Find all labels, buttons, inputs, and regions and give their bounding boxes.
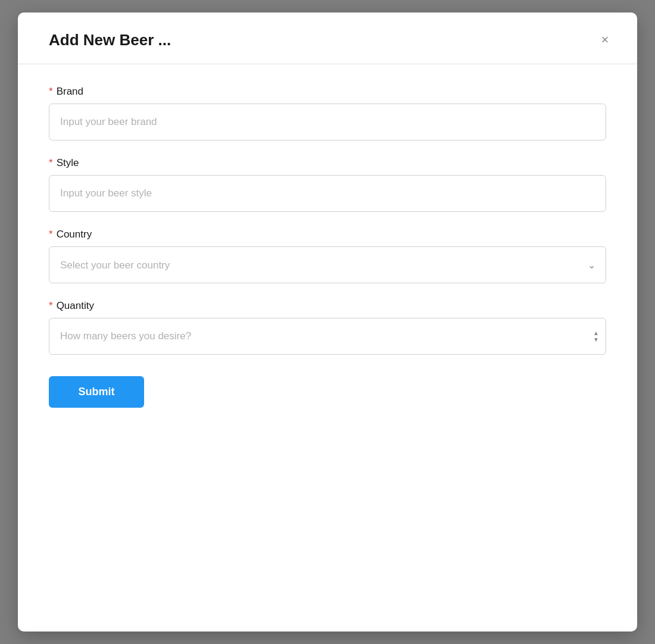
modal-dialog: Add New Beer ... × * Brand * Style * Cou…: [18, 12, 637, 632]
modal-header: Add New Beer ... ×: [18, 12, 637, 64]
quantity-field-group: * Quantity ▲ ▼: [49, 300, 606, 355]
style-label: * Style: [49, 157, 606, 169]
style-label-text: Style: [57, 157, 79, 169]
country-label: * Country: [49, 229, 606, 240]
brand-label-text: Brand: [57, 86, 83, 98]
country-select-wrapper: Select your beer country ⌄: [49, 246, 606, 283]
submit-button[interactable]: Submit: [49, 376, 144, 408]
country-required-star: *: [49, 229, 53, 240]
modal-title: Add New Beer ...: [49, 31, 171, 49]
country-field-group: * Country Select your beer country ⌄: [49, 229, 606, 283]
quantity-input[interactable]: [49, 318, 606, 355]
quantity-input-wrapper: ▲ ▼: [49, 318, 606, 355]
brand-label: * Brand: [49, 86, 606, 98]
quantity-required-star: *: [49, 300, 53, 312]
brand-required-star: *: [49, 86, 53, 98]
style-input[interactable]: [49, 175, 606, 212]
modal-body: * Brand * Style * Country Select your be…: [18, 64, 637, 436]
country-select[interactable]: Select your beer country: [49, 246, 606, 283]
quantity-label-text: Quantity: [57, 300, 94, 312]
quantity-label: * Quantity: [49, 300, 606, 312]
style-required-star: *: [49, 157, 53, 169]
brand-field-group: * Brand: [49, 86, 606, 140]
close-button[interactable]: ×: [594, 29, 616, 51]
country-label-text: Country: [57, 229, 92, 240]
style-field-group: * Style: [49, 157, 606, 212]
brand-input[interactable]: [49, 104, 606, 140]
